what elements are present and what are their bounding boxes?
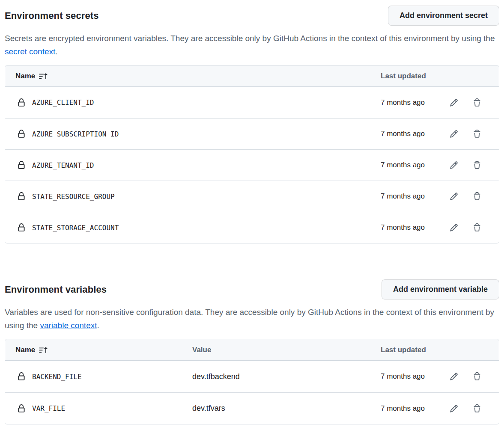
variables-table-body: BACKEND_FILE dev.tfbackend 7 months ago [5, 361, 499, 424]
secret-context-link[interactable]: secret context [5, 47, 55, 56]
variable-name-cell: VAR_FILE [5, 404, 192, 413]
secret-name: AZURE_SUBSCRIPTION_ID [32, 130, 119, 138]
secret-row-actions [443, 220, 499, 235]
secrets-table: Name Last updated AZURE_CLIENT_ID 7 mont… [5, 65, 499, 243]
secret-last-updated: 7 months ago [381, 161, 443, 169]
name-column-label: Name [15, 72, 35, 80]
secret-name-cell: STATE_STORAGE_ACCOUNT [5, 223, 381, 232]
secret-row-actions [443, 95, 499, 110]
variable-value: dev.tfbackend [192, 372, 381, 381]
trash-icon [473, 372, 481, 381]
pencil-icon [450, 372, 458, 381]
last-updated-column-header: Last updated [381, 72, 443, 80]
lock-icon [17, 372, 26, 381]
secret-last-updated: 7 months ago [381, 130, 443, 138]
lock-icon [17, 404, 26, 413]
sort-ascending-icon [39, 346, 48, 354]
trash-icon [473, 223, 481, 232]
secret-last-updated: 7 months ago [381, 192, 443, 201]
secret-name-cell: AZURE_SUBSCRIPTION_ID [5, 130, 381, 138]
add-environment-variable-button[interactable]: Add environment variable [382, 279, 499, 299]
variables-description: Variables are used for non-sensitive con… [5, 305, 499, 332]
trash-icon [473, 404, 481, 413]
variables-table: Name Value Last updated BACKEND_FILE dev… [5, 339, 499, 424]
pencil-icon [450, 98, 458, 107]
environment-settings-page: Environment secrets Add environment secr… [0, 0, 504, 427]
variables-description-period: . [97, 321, 99, 330]
name-column-sort-header[interactable]: Name [5, 346, 192, 354]
variable-last-updated: 7 months ago [381, 372, 443, 381]
secret-name-cell: STATE_RESOURCE_GROUP [5, 192, 381, 201]
lock-icon [17, 130, 26, 138]
variables-section: Environment variables Add environment va… [5, 279, 499, 424]
edit-secret-button[interactable] [446, 189, 462, 204]
name-column-label: Name [15, 346, 35, 354]
delete-secret-button[interactable] [469, 220, 485, 235]
delete-secret-button[interactable] [469, 126, 485, 142]
lock-icon [17, 98, 26, 107]
secret-name: AZURE_CLIENT_ID [32, 98, 94, 107]
variable-row-actions [443, 369, 499, 384]
variable-name: BACKEND_FILE [32, 373, 82, 381]
delete-variable-button[interactable] [469, 401, 485, 416]
secrets-description-period: . [55, 47, 57, 56]
pencil-icon [450, 223, 458, 232]
variables-section-header: Environment variables Add environment va… [5, 279, 499, 299]
value-column-header: Value [192, 346, 381, 354]
lock-icon [17, 223, 26, 232]
variable-context-link[interactable]: variable context [40, 321, 97, 330]
trash-icon [473, 192, 481, 201]
pencil-icon [450, 130, 458, 138]
secret-last-updated: 7 months ago [381, 98, 443, 107]
secret-row: AZURE_CLIENT_ID 7 months ago [5, 87, 499, 118]
secret-last-updated: 7 months ago [381, 223, 443, 232]
delete-secret-button[interactable] [469, 189, 485, 204]
last-updated-column-header: Last updated [381, 346, 443, 354]
lock-icon [17, 192, 26, 201]
pencil-icon [450, 192, 458, 201]
secret-row-actions [443, 189, 499, 204]
secret-name-cell: AZURE_CLIENT_ID [5, 98, 381, 107]
variable-row: BACKEND_FILE dev.tfbackend 7 months ago [5, 361, 499, 392]
secrets-section: Environment secrets Add environment secr… [5, 6, 499, 243]
variable-value: dev.tfvars [192, 404, 381, 413]
secret-name: STATE_RESOURCE_GROUP [32, 193, 115, 201]
variable-row-actions [443, 401, 499, 416]
delete-secret-button[interactable] [469, 95, 485, 110]
lock-icon [17, 161, 26, 169]
secrets-description: Secrets are encrypted environment variab… [5, 32, 499, 58]
edit-variable-button[interactable] [446, 369, 462, 384]
secret-row: STATE_STORAGE_ACCOUNT 7 months ago [5, 212, 499, 243]
variable-name: VAR_FILE [32, 404, 65, 412]
edit-secret-button[interactable] [446, 95, 462, 110]
variable-name-cell: BACKEND_FILE [5, 372, 192, 381]
secret-row: STATE_RESOURCE_GROUP 7 months ago [5, 181, 499, 212]
secret-name: AZURE_TENANT_ID [32, 161, 94, 169]
delete-variable-button[interactable] [469, 369, 485, 384]
secrets-section-header: Environment secrets Add environment secr… [5, 6, 499, 26]
variables-table-header: Name Value Last updated [5, 339, 499, 361]
secret-row-actions [443, 126, 499, 142]
sort-ascending-icon [39, 72, 48, 80]
variable-row: VAR_FILE dev.tfvars 7 months ago [5, 392, 499, 424]
secret-row: AZURE_SUBSCRIPTION_ID 7 months ago [5, 118, 499, 149]
edit-secret-button[interactable] [446, 126, 462, 142]
name-column-sort-header[interactable]: Name [5, 72, 381, 80]
pencil-icon [450, 161, 458, 169]
secrets-title: Environment secrets [5, 10, 99, 21]
trash-icon [473, 161, 481, 169]
secret-name-cell: AZURE_TENANT_ID [5, 161, 381, 169]
secret-row-actions [443, 157, 499, 173]
edit-secret-button[interactable] [446, 220, 462, 235]
secrets-description-text: Secrets are encrypted environment variab… [5, 34, 495, 43]
edit-variable-button[interactable] [446, 401, 462, 416]
variables-title: Environment variables [5, 284, 107, 295]
edit-secret-button[interactable] [446, 157, 462, 173]
add-environment-secret-button[interactable]: Add environment secret [388, 6, 499, 26]
secret-row: AZURE_TENANT_ID 7 months ago [5, 149, 499, 181]
trash-icon [473, 130, 481, 138]
pencil-icon [450, 404, 458, 413]
delete-secret-button[interactable] [469, 157, 485, 173]
trash-icon [473, 98, 481, 107]
secrets-table-header: Name Last updated [5, 65, 499, 87]
